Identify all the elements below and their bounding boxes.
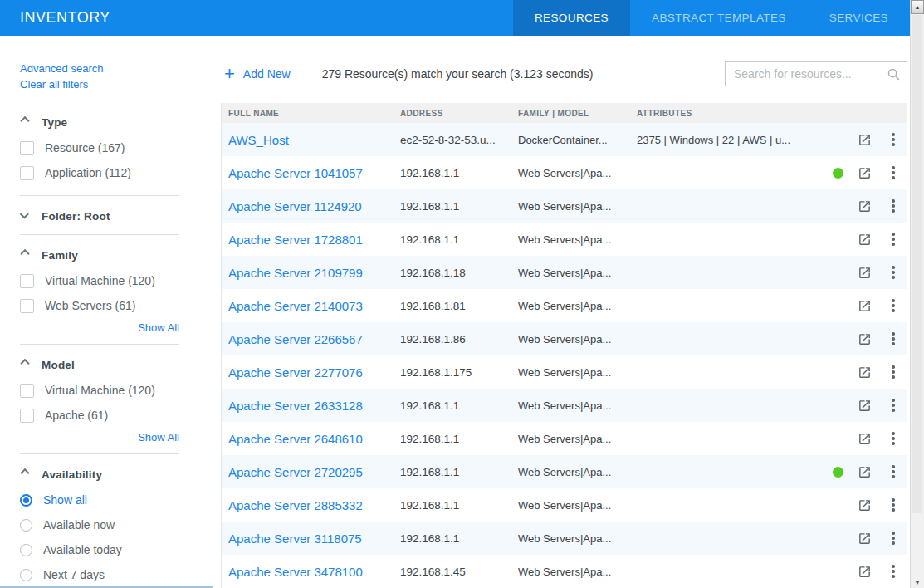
open-resource-button[interactable] [848,199,880,213]
filter-item-web-servers[interactable]: Web Servers (61) [20,293,179,318]
row-menu-button[interactable] [880,365,907,380]
filter-item-available-today[interactable]: Available today [20,537,179,562]
open-resource-button[interactable] [848,233,880,247]
section-toggle-family[interactable]: Family [20,247,179,263]
table-row[interactable]: Apache Server 2140073192.168.1.81Web Ser… [222,289,907,322]
row-menu-button[interactable] [880,298,907,313]
table-row[interactable]: Apache Server 2648610192.168.1.1Web Serv… [222,422,907,455]
scrollbar-thumb[interactable] [912,15,922,513]
tab-abstract-templates[interactable]: ABSTRACT TEMPLATES [630,0,808,36]
resource-name-link[interactable]: Apache Server 2277076 [228,365,400,380]
available-now-radio[interactable] [20,519,32,532]
table-row[interactable]: AWS_Hostec2-52-8-32-53.u...DockerContain… [222,123,907,156]
table-row[interactable]: Apache Server 3118075192.168.1.1Web Serv… [222,522,907,555]
open-resource-button[interactable] [848,166,880,180]
available-today-radio[interactable] [20,544,32,556]
resource-name-link[interactable]: Apache Server 2109799 [228,266,400,280]
open-resource-button[interactable] [848,465,880,479]
resource-name-link[interactable]: Apache Server 1124920 [228,199,400,213]
column-address[interactable]: ADDRESS [400,109,518,118]
show-all-link[interactable]: Show All [20,321,179,334]
search-box[interactable] [725,61,907,86]
row-menu-button[interactable] [880,198,907,213]
resource-name-link[interactable]: Apache Server 2140073 [228,299,400,313]
resource-checkbox[interactable] [20,141,34,155]
resource-name-link[interactable]: Apache Server 2885332 [228,498,400,512]
table-row[interactable]: Apache Server 1041057192.168.1.1Web Serv… [222,156,907,189]
table-row[interactable]: Apache Server 2109799192.168.1.18Web Ser… [222,256,907,289]
filter-item-show-all[interactable]: Show all [20,488,179,512]
open-resource-button[interactable] [848,432,880,446]
row-menu-button[interactable] [880,431,907,446]
section-toggle-availability[interactable]: Availability [20,466,179,483]
apache-checkbox[interactable] [20,409,34,423]
virtual-machine-checkbox[interactable] [20,384,34,398]
table-row[interactable]: Apache Server 2720295192.168.1.1Web Serv… [222,455,907,488]
show-all-link[interactable]: Show All [20,431,179,443]
open-resource-button[interactable] [848,399,880,413]
filter-item-available-now[interactable]: Available now [20,512,179,537]
scroll-down-arrow-icon[interactable]: ▼ [911,579,924,586]
row-menu-button[interactable] [880,464,907,479]
web-servers-checkbox[interactable] [20,299,34,313]
row-menu-button[interactable] [880,232,907,247]
table-row[interactable]: Apache Server 1728801192.168.1.1Web Serv… [222,223,907,256]
virtual-machine-checkbox[interactable] [20,274,34,288]
row-menu-button[interactable] [880,398,907,413]
table-row[interactable]: Apache Server 2885332192.168.1.1Web Serv… [222,488,907,522]
scroll-up-arrow-icon[interactable]: ▲ [911,0,924,14]
application-checkbox[interactable] [20,166,34,180]
open-resource-button[interactable] [848,266,880,280]
resource-name-link[interactable]: Apache Server 1728801 [228,233,400,247]
row-menu-button[interactable] [880,564,907,579]
table-row[interactable]: Apache Server 1124920192.168.1.1Web Serv… [222,189,907,223]
resource-name-link[interactable]: AWS_Host [228,133,400,147]
open-resource-button[interactable] [848,332,880,346]
add-new-button[interactable]: + Add New [221,66,291,82]
resource-name-link[interactable]: Apache Server 3118075 [228,532,400,546]
advanced-search-link[interactable]: Advanced search [20,61,179,76]
table-row[interactable]: Apache Server 2277076192.168.1.175Web Se… [222,355,907,389]
open-resource-button[interactable] [848,299,880,313]
chevron-up-icon [20,249,29,258]
open-resource-button[interactable] [848,133,880,147]
clear-all-filters-link[interactable]: Clear all filters [20,76,179,92]
open-resource-button[interactable] [848,365,880,380]
column-attributes[interactable]: ATTRIBUTES [637,109,827,118]
resource-name-link[interactable]: Apache Server 1041057 [228,166,400,180]
filter-item-next-7-days[interactable]: Next 7 days [20,562,179,587]
section-toggle-model[interactable]: Model [20,356,179,373]
row-menu-button[interactable] [880,265,907,280]
section-toggle-type[interactable]: Type [20,114,179,130]
row-menu-button[interactable] [880,331,907,346]
table-row[interactable]: Apache Server 3478100192.168.1.45Web Ser… [222,555,907,588]
resource-name-link[interactable]: Apache Server 2633128 [228,399,400,413]
section-toggle-folder-root[interactable]: Folder: Root [20,208,179,224]
row-menu-button[interactable] [880,165,907,180]
filter-item-application[interactable]: Application (112) [20,160,179,185]
filter-item-virtual-machine[interactable]: Virtual Machine (120) [20,378,179,403]
resource-name-link[interactable]: Apache Server 3478100 [228,565,400,579]
row-menu-button[interactable] [880,132,907,147]
show-all-radio[interactable] [20,494,32,507]
open-resource-button[interactable] [848,498,880,512]
row-menu-button[interactable] [880,531,907,546]
filter-item-apache[interactable]: Apache (61) [20,403,179,428]
row-menu-button[interactable] [880,497,907,512]
resource-name-link[interactable]: Apache Server 2266567 [228,332,400,346]
tab-services[interactable]: SERVICES [808,0,910,36]
column-family-model[interactable]: FAMILY | MODEL [518,109,637,118]
table-row[interactable]: Apache Server 2633128192.168.1.1Web Serv… [222,389,907,422]
next-7-days-radio[interactable] [20,569,32,581]
vertical-scrollbar[interactable]: ▲ ▼ [910,0,924,588]
resource-name-link[interactable]: Apache Server 2648610 [228,432,400,446]
column-full-name[interactable]: FULL NAME [228,109,400,118]
table-row[interactable]: Apache Server 2266567192.168.1.86Web Ser… [222,322,907,355]
filter-item-resource[interactable]: Resource (167) [20,135,179,160]
tab-resources[interactable]: RESOURCES [513,0,630,36]
resource-name-link[interactable]: Apache Server 2720295 [228,465,400,479]
open-resource-button[interactable] [848,565,880,579]
search-input[interactable] [734,67,887,81]
filter-item-virtual-machine[interactable]: Virtual Machine (120) [20,268,179,293]
open-resource-button[interactable] [848,532,880,546]
